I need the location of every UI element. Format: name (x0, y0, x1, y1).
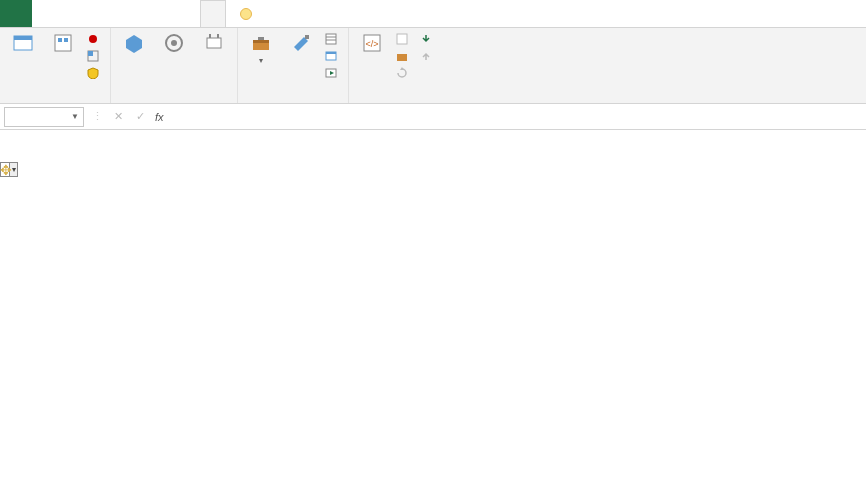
group-controls: ▾ (238, 28, 349, 103)
svg-rect-7 (88, 51, 93, 56)
view-code-button[interactable] (324, 49, 342, 63)
name-box[interactable]: ▼ (4, 107, 84, 127)
map-properties-icon (395, 32, 409, 46)
source-icon: </> (361, 32, 383, 54)
shield-icon (86, 66, 100, 80)
macro-security-button[interactable] (86, 66, 104, 80)
svg-text:</>: </> (365, 39, 378, 49)
svg-rect-27 (397, 34, 407, 44)
addins-icon (123, 32, 145, 54)
group-addins-label (117, 99, 231, 101)
cancel-formula-button[interactable]: ✕ (111, 110, 125, 123)
map-properties-button[interactable] (395, 32, 413, 46)
group-controls-label (244, 99, 342, 101)
excel-addins-button[interactable] (157, 32, 191, 56)
chevron-down-icon[interactable]: ▼ (71, 112, 79, 121)
export-button[interactable] (419, 49, 437, 63)
expansion-packs-icon (395, 49, 409, 63)
tab-formulas[interactable] (104, 0, 128, 27)
ribbon-body: ▾ </> (0, 28, 866, 104)
svg-rect-16 (258, 37, 264, 40)
com-addins-button[interactable] (197, 32, 231, 56)
svg-point-5 (89, 35, 97, 43)
svg-rect-2 (55, 35, 71, 51)
relative-refs-icon (86, 49, 100, 63)
svg-rect-12 (209, 34, 211, 38)
visual-basic-button[interactable] (6, 32, 40, 56)
tell-me-search[interactable] (232, 0, 266, 27)
properties-button[interactable] (324, 32, 342, 46)
group-xml: </> (349, 28, 443, 103)
svg-marker-8 (126, 35, 142, 53)
export-icon (419, 49, 433, 63)
formula-bar-row: ▼ ⋮ ✕ ✓ fx (0, 104, 866, 130)
addins-button[interactable] (117, 32, 151, 56)
run-dialog-icon (324, 66, 338, 80)
macros-icon (52, 32, 74, 54)
view-code-icon (324, 49, 338, 63)
tab-review[interactable] (152, 0, 176, 27)
macros-button[interactable] (46, 32, 80, 56)
insert-control-button[interactable]: ▾ (244, 32, 278, 65)
run-dialog-button[interactable] (324, 66, 342, 80)
svg-rect-28 (397, 54, 407, 61)
svg-rect-11 (207, 38, 221, 48)
formula-input[interactable] (179, 107, 866, 127)
svg-rect-15 (253, 40, 269, 43)
toolbox-icon (250, 32, 272, 54)
tab-file[interactable] (0, 0, 32, 27)
source-button[interactable]: </> (355, 32, 389, 56)
tab-view[interactable] (176, 0, 200, 27)
svg-rect-22 (326, 52, 336, 54)
tab-page-layout[interactable] (80, 0, 104, 27)
svg-rect-1 (14, 36, 32, 40)
record-macro-button[interactable] (86, 32, 104, 46)
design-mode-icon (290, 32, 312, 54)
record-icon (86, 32, 100, 46)
com-addins-icon (203, 32, 225, 54)
svg-rect-17 (305, 35, 309, 39)
fx-icon[interactable]: fx (155, 111, 171, 123)
refresh-data-button[interactable] (395, 66, 413, 80)
svg-rect-4 (64, 38, 68, 42)
import-button[interactable] (419, 32, 437, 46)
tab-insert[interactable] (56, 0, 80, 27)
expansion-packs-button[interactable] (395, 49, 413, 63)
group-addins (111, 28, 238, 103)
group-xml-label (355, 99, 437, 101)
tab-developer[interactable] (200, 0, 226, 27)
enter-formula-button[interactable]: ✓ (133, 110, 147, 123)
design-mode-button[interactable] (284, 32, 318, 56)
group-code (0, 28, 111, 103)
group-code-label (6, 99, 104, 101)
svg-rect-13 (217, 34, 219, 38)
use-relative-references-button[interactable] (86, 49, 104, 63)
excel-addins-icon (163, 32, 185, 54)
chevron-down-icon: ▾ (259, 56, 263, 65)
bulb-icon (240, 8, 252, 20)
tab-data[interactable] (128, 0, 152, 27)
svg-rect-18 (326, 34, 336, 44)
import-icon (419, 32, 433, 46)
move-cursor-icon: ✥ (0, 162, 12, 178)
svg-rect-3 (58, 38, 62, 42)
svg-point-10 (171, 40, 177, 46)
properties-icon (324, 32, 338, 46)
tab-home[interactable] (32, 0, 56, 27)
ribbon-tabs (0, 0, 866, 28)
visual-basic-icon (12, 32, 34, 54)
refresh-icon (395, 66, 409, 80)
